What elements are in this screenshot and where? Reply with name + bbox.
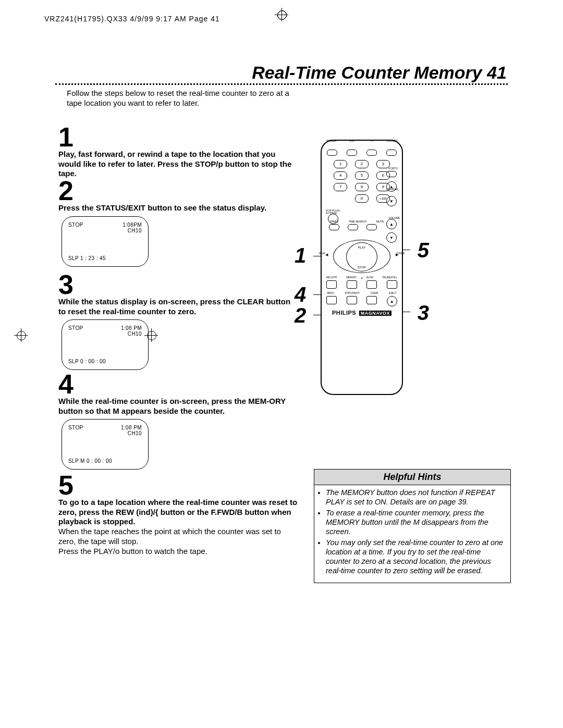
step-5-p2: Press the PLAY/o button to watch the tap… <box>58 547 298 557</box>
play-inner: PLAY STOP <box>346 242 377 272</box>
title-divider <box>55 83 508 85</box>
pause-btn <box>387 280 397 289</box>
status-display-3: STOP 1:08 PM CH10 SLP 0 : 00 : 00 <box>62 319 149 370</box>
step-1-number: 1 <box>58 125 298 150</box>
callout-4: 4 <box>295 283 306 306</box>
status2-tr: 1:08PM CH10 <box>123 222 142 233</box>
hint-3: You may only set the real-time counter t… <box>326 538 505 575</box>
vcr-button <box>347 150 357 156</box>
num-7: 7 <box>334 183 347 191</box>
num-0: 0 <box>355 194 369 203</box>
callout-2: 2 <box>295 304 306 327</box>
rec-row-labels: REC/OTR MEMORY SLOW PAUSE/STILL <box>322 276 402 279</box>
eject-btn: ▲ <box>387 296 397 306</box>
rec-row-buttons <box>322 280 402 289</box>
status4-bl: SLP M 0 : 00 : 00 <box>68 458 112 464</box>
power-button <box>327 150 337 156</box>
step-2: 2 Press the STATUS/EXIT button to see th… <box>58 175 298 267</box>
step-5-text: To go to a tape location where the real-… <box>58 498 298 527</box>
num-1: 1 <box>334 160 347 168</box>
ch-down: ▼ <box>386 196 397 206</box>
mid-buttons <box>322 224 402 230</box>
menu-row-buttons: ▲ <box>322 296 402 306</box>
callout-1: 1 <box>295 244 306 267</box>
mute-btn <box>366 224 377 230</box>
callout-3: 3 <box>418 301 429 325</box>
speed-btn <box>329 224 339 230</box>
hints-title: Helpful Hints <box>314 470 510 485</box>
page-title: Real-Time Counter Memory 41 <box>252 63 507 83</box>
fwd-icon: ▶ <box>396 253 398 257</box>
status-display-4: STOP 1:08 PM CH10 SLP M 0 : 00 : 00 <box>62 419 149 470</box>
hint-2: To erase a real-time counter memory, pre… <box>326 509 505 536</box>
num-8: 8 <box>355 183 369 191</box>
status-exit-btn <box>347 296 357 304</box>
helpful-hints-box: Helpful Hints The MEMORY button does not… <box>314 469 511 583</box>
remote-illustration: 1 4 2 5 3 POWER VCR TV CBL/DBS VCR/TV <box>321 140 403 395</box>
remote-brand: PHILIPS MAGNAVOX <box>322 310 402 316</box>
step-2-number: 2 <box>58 179 298 203</box>
vcrtv-btn <box>386 171 397 177</box>
tv-button <box>366 150 377 156</box>
num-5: 5 <box>355 171 369 180</box>
status3-bl: SLP 0 : 00 : 00 <box>68 359 106 364</box>
step-5-p1: When the tape reaches the point at which… <box>58 527 298 547</box>
menu-row-labels: MENU STATUS/EXIT CLEAR EJECT <box>322 292 402 294</box>
step-4-number: 4 <box>58 372 298 397</box>
intro-text: Follow the steps below to reset the real… <box>67 89 307 108</box>
step-3: 3 While the status display is on-screen,… <box>58 268 298 370</box>
rec-otr-btn <box>326 280 337 289</box>
remote-top-buttons <box>322 142 402 157</box>
status2-tl: STOP <box>68 222 83 228</box>
menu-btn <box>326 296 337 304</box>
step-3-number: 3 <box>58 273 298 297</box>
step-5: 5 To go to a tape location where the rea… <box>58 469 298 556</box>
remote-body: POWER VCR TV CBL/DBS VCR/TV 1 2 3 4 5 6 … <box>321 140 403 395</box>
stop-label: STOP <box>358 266 366 269</box>
callout-5: 5 <box>418 239 429 262</box>
num-2: 2 <box>355 160 369 168</box>
hints-body: The MEMORY button does not function if R… <box>314 485 510 583</box>
step-2-text: Press the STATUS/EXIT button to see the … <box>58 203 298 213</box>
status3-tl: STOP <box>68 325 83 331</box>
channel-label: CHANNEL <box>386 188 399 191</box>
mid-labels: SPEED TIME SEARCH MUTE <box>322 220 402 223</box>
play-label: PLAY <box>358 246 366 249</box>
rew-icon: ◀ <box>325 253 328 257</box>
memory-btn <box>347 280 357 289</box>
step-1: 1 Play, fast forward, or rewind a tape t… <box>58 121 298 179</box>
status-display-2: STOP 1:08PM CH10 SLP 1 : 23 : 45 <box>62 216 149 267</box>
step-4: 4 While the real-time counter is on-scre… <box>58 368 298 470</box>
status4-tl: STOP <box>68 425 83 430</box>
cbl-dbs-button <box>386 150 397 156</box>
rew-label: REW <box>319 252 325 255</box>
status3-tr: 1:08 PM CH10 <box>121 325 142 337</box>
manual-page: VRZ241(H1795).QX33 4/9/99 9:17 AM Page 4… <box>0 0 563 728</box>
vcrtv-label: VCR/TV <box>388 167 398 170</box>
page-header: VRZ241(H1795).QX33 4/9/99 9:17 AM Page 4… <box>44 15 220 23</box>
vol-down: ▼ <box>386 232 397 243</box>
slow-btn <box>366 280 377 289</box>
status4-tr: 1:08 PM CH10 <box>121 425 142 436</box>
timesearch-btn <box>348 224 358 230</box>
num-4: 4 <box>334 171 347 180</box>
step-3-text: While the status display is on-screen, p… <box>58 297 298 317</box>
status2-bl: SLP 1 : 23 : 45 <box>68 255 106 261</box>
hint-1: The MEMORY button does not function if R… <box>326 488 505 507</box>
step-4-text: While the real-time counter is on-screen… <box>58 397 298 416</box>
play-control-disc: PLAY STOP REW F.FWD ◀ ▶ ⌄ <box>333 240 390 273</box>
clear-btn <box>366 296 377 304</box>
step-5-number: 5 <box>58 473 298 498</box>
